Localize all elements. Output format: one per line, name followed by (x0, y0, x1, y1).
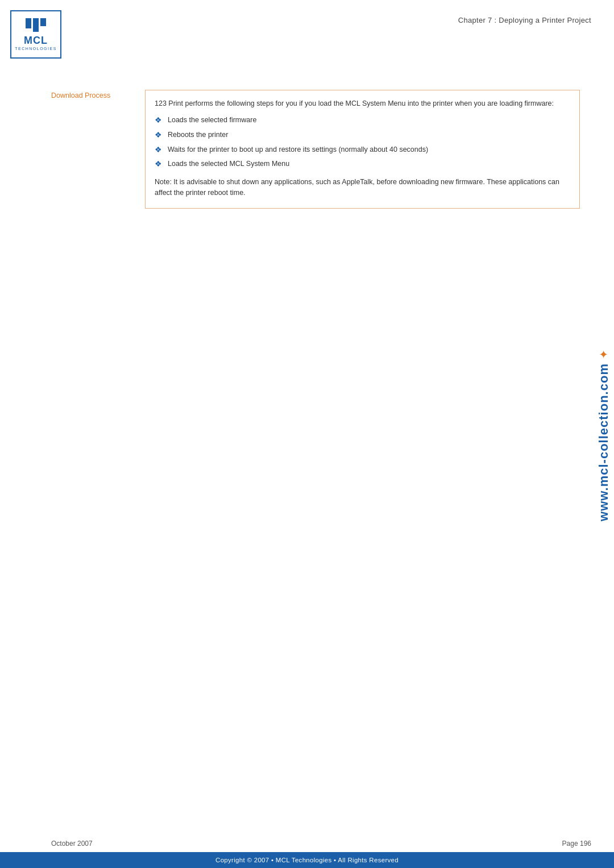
bullet-text-2: Reboots the printer (168, 130, 570, 140)
content-box: 123 Print performs the following steps f… (145, 90, 580, 209)
bullet-list: ❖ Loads the selected firmware ❖ Reboots … (155, 115, 570, 169)
list-item: ❖ Reboots the printer (155, 130, 570, 141)
logo-bars (26, 18, 46, 32)
bullet-icon-3: ❖ (155, 144, 162, 156)
intro-text: 123 Print performs the following steps f… (155, 98, 570, 109)
footer-page: Page 196 (562, 840, 591, 848)
chapter-title: Chapter 7 : Deploying a Printer Project (458, 10, 591, 24)
bullet-icon-1: ❖ (155, 115, 162, 126)
vertical-text-container: ✦ www.mcl-collection.com (594, 347, 614, 521)
page-container: MCL TECHNOLOGIES Chapter 7 : Deploying a… (0, 0, 614, 868)
footer-copyright: Copyright © 2007 • MCL Technologies • Al… (0, 852, 614, 868)
vertical-dot-icon: ✦ (597, 347, 611, 361)
logo: MCL TECHNOLOGIES (10, 10, 61, 59)
header: MCL TECHNOLOGIES Chapter 7 : Deploying a… (0, 0, 614, 59)
bullet-text-3: Waits for the printer to boot up and res… (168, 144, 570, 155)
logo-tech-text: TECHNOLOGIES (15, 47, 57, 51)
bullet-text-4: Loads the selected MCL System Menu (168, 159, 570, 169)
logo-bar-3 (40, 18, 46, 26)
logo-mcl-text: MCL (24, 35, 48, 45)
left-label: Download Process (51, 90, 145, 209)
note-text: Note: It is advisable to shut down any a… (155, 177, 570, 199)
list-item: ❖ Loads the selected MCL System Menu (155, 159, 570, 170)
footer: October 2007 Page 196 Copyright © 2007 •… (0, 835, 614, 868)
bullet-text-1: Loads the selected firmware (168, 115, 570, 126)
logo-bar-1 (26, 18, 31, 28)
footer-date: October 2007 (51, 840, 93, 848)
list-item: ❖ Waits for the printer to boot up and r… (155, 144, 570, 156)
section-label: Download Process (51, 92, 110, 99)
logo-bar-2 (33, 18, 39, 32)
main-content: Download Process 123 Print performs the … (51, 90, 580, 209)
list-item: ❖ Loads the selected firmware (155, 115, 570, 126)
vertical-url: www.mcl-collection.com (596, 363, 611, 521)
footer-main: October 2007 Page 196 (0, 835, 614, 852)
bullet-icon-2: ❖ (155, 130, 162, 141)
bullet-icon-4: ❖ (155, 159, 162, 170)
